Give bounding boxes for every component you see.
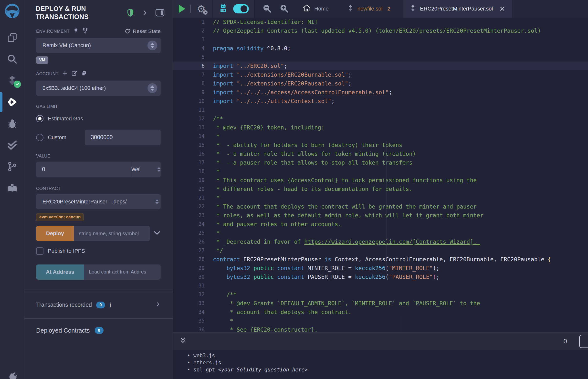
code-line[interactable]: 11 — [173, 106, 588, 114]
run-section: ⚙ — [173, 0, 213, 17]
tab-erc20-preset-minter-pauser[interactable]: ERC20PresetMinterPauser.sol — [403, 0, 512, 17]
fork-state-icon[interactable] — [82, 28, 88, 35]
code-line[interactable]: 35 * — [173, 316, 588, 325]
tab-newfile[interactable]: newfile.sol 2 — [341, 0, 397, 17]
custom-gas-input[interactable] — [85, 130, 161, 145]
code-line[interactable]: 29 bytes32 public constant MINTER_ROLE =… — [173, 264, 588, 272]
code-editor[interactable]: 1// SPDX-License-Identifier: MIT2// Open… — [173, 17, 588, 332]
code-line[interactable]: 20 * different roles - head to its docum… — [173, 185, 588, 193]
custom-gas-radio[interactable] — [36, 134, 44, 141]
at-address-input[interactable] — [84, 265, 161, 280]
code-line[interactable]: 26 * _Deprecated in favor of https://wiz… — [173, 237, 588, 246]
code-line[interactable]: 21 * — [173, 193, 588, 202]
ai-toggle-on[interactable] — [233, 4, 249, 14]
transactions-recorded-label: Transactions recorded — [36, 301, 92, 308]
code-line[interactable]: 28contract ERC20PresetMinterPauser is Co… — [173, 255, 588, 264]
code-line[interactable]: 12/** — [173, 114, 588, 123]
terminal-entry: • ethers.js — [187, 359, 588, 366]
code-line[interactable]: 7import "../extensions/ERC20Burnable.sol… — [173, 70, 588, 79]
code-line[interactable]: 33 * @dev Grants `DEFAULT_ADMIN_ROLE`, `… — [173, 299, 588, 308]
code-line[interactable]: 24 * and pauser roles to other accounts. — [173, 220, 588, 229]
code-line[interactable]: 23 * roles, as well as the default admin… — [173, 211, 588, 220]
plug-icon[interactable] — [73, 28, 79, 35]
deploy-run-icon[interactable] — [0, 91, 24, 113]
ethersjs-link[interactable]: ethers.js — [193, 359, 221, 366]
expand-panel-icon[interactable] — [142, 9, 148, 17]
solidity-compiler-icon[interactable] — [0, 70, 24, 91]
terminal-bar[interactable]: 0 — [173, 332, 588, 350]
constructor-args-input[interactable] — [74, 226, 150, 241]
code-line[interactable]: 36 * See {ERC20-constructor}. — [173, 325, 588, 332]
at-address-button[interactable]: At Address — [36, 265, 84, 280]
code-line[interactable]: 17 * - a pauser role that allows to stop… — [173, 158, 588, 167]
solidity-file-icon — [410, 4, 416, 13]
run-script-icon[interactable] — [179, 5, 185, 13]
code-line[interactable]: 16 * - a minter role that allows for tok… — [173, 149, 588, 158]
code-line[interactable]: 3 — [173, 35, 588, 44]
line-content: contract ERC20PresetMinterPauser is Cont… — [205, 255, 551, 264]
reset-state-button[interactable]: Reset State — [124, 28, 161, 34]
code-line[interactable]: 31 — [173, 281, 588, 290]
edit-account-icon[interactable] — [71, 70, 78, 78]
line-content: * — [205, 316, 233, 325]
code-line[interactable]: 32 /** — [173, 290, 588, 299]
expand-transactions-icon[interactable] — [155, 301, 161, 309]
line-number: 6 — [173, 62, 205, 70]
ai-robot-icon[interactable] — [218, 3, 228, 15]
line-content: * _Deprecated in favor of https://wizard… — [205, 237, 480, 246]
value-unit-select[interactable]: Wei — [131, 162, 161, 177]
chevron-double-down-icon[interactable] — [179, 336, 186, 346]
code-line[interactable]: 5 — [173, 53, 588, 62]
code-line[interactable]: 27 */ — [173, 246, 588, 255]
code-line[interactable]: 19 * This contract uses {AccessControl} … — [173, 176, 588, 185]
add-account-icon[interactable] — [62, 70, 68, 78]
deploy-button[interactable]: Deploy — [36, 226, 74, 241]
remix-logo[interactable] — [0, 0, 24, 23]
code-line[interactable]: 1// SPDX-License-Identifier: MIT — [173, 17, 588, 26]
code-line[interactable]: 25 * — [173, 229, 588, 237]
environment-select[interactable]: Remix VM (Cancun) — [36, 38, 161, 53]
code-line[interactable]: 4pragma solidity ^0.8.0; — [173, 44, 588, 53]
search-icon[interactable] — [0, 48, 24, 70]
code-line[interactable]: 14 * — [173, 132, 588, 141]
code-line[interactable]: 6import "../ERC20.sol"; — [173, 62, 588, 70]
terminal: 0 • web3.js • ethers.js • sol-gpt <your … — [173, 332, 588, 379]
zoom-in-icon[interactable] — [279, 3, 289, 14]
code-line[interactable]: 18 * — [173, 167, 588, 176]
account-select[interactable]: 0x5B3...eddC4 (100 ether) — [36, 80, 161, 96]
line-number: 27 — [173, 246, 205, 255]
code-line[interactable]: 2// OpenZeppelin Contracts (last updated… — [173, 26, 588, 35]
line-number: 23 — [173, 211, 205, 220]
plugin-manager-icon[interactable] — [5, 371, 18, 379]
git-icon[interactable] — [0, 156, 24, 177]
file-explorer-icon[interactable] — [0, 27, 24, 48]
code-line[interactable]: 34 * account that deploys the contract. — [173, 308, 588, 316]
estimated-gas-radio[interactable] — [36, 115, 44, 122]
code-line[interactable]: 13 * @dev {ERC20} token, including: — [173, 123, 588, 132]
publish-ipfs-checkbox[interactable] — [36, 247, 44, 255]
tab-home[interactable]: Home — [296, 0, 335, 17]
close-tab-icon[interactable] — [499, 6, 506, 12]
zoom-out-icon[interactable] — [262, 3, 272, 14]
terminal-search-input[interactable] — [579, 335, 588, 348]
compiler-settings-icon[interactable]: ⚙ — [196, 3, 207, 15]
contract-select[interactable]: ERC20PresetMinterPauser - .deps/ — [36, 194, 161, 209]
value-input[interactable] — [36, 162, 131, 177]
debugger-icon[interactable] — [0, 113, 24, 134]
code-line[interactable]: 10import "../../../utils/Context.sol"; — [173, 97, 588, 106]
copy-account-icon[interactable] — [81, 70, 87, 78]
line-number: 8 — [173, 79, 205, 88]
line-content — [205, 106, 213, 114]
learneth-icon[interactable] — [0, 177, 24, 199]
code-line[interactable]: 15 * - ability for holders to burn (dest… — [173, 141, 588, 149]
pin-side-panel-icon[interactable] — [155, 9, 165, 17]
line-number: 32 — [173, 290, 205, 299]
unit-testing-icon[interactable] — [0, 134, 24, 156]
vm-badge: VM — [36, 56, 48, 64]
code-line[interactable]: 8import "../extensions/ERC20Pausable.sol… — [173, 79, 588, 88]
code-line[interactable]: 9import "../../../access/AccessControlEn… — [173, 88, 588, 97]
web3js-link[interactable]: web3.js — [193, 352, 215, 359]
code-line[interactable]: 22 * The account that deploys the contra… — [173, 202, 588, 211]
code-line[interactable]: 30 bytes32 public constant PAUSER_ROLE =… — [173, 272, 588, 281]
expand-constructor-icon[interactable] — [153, 229, 161, 237]
